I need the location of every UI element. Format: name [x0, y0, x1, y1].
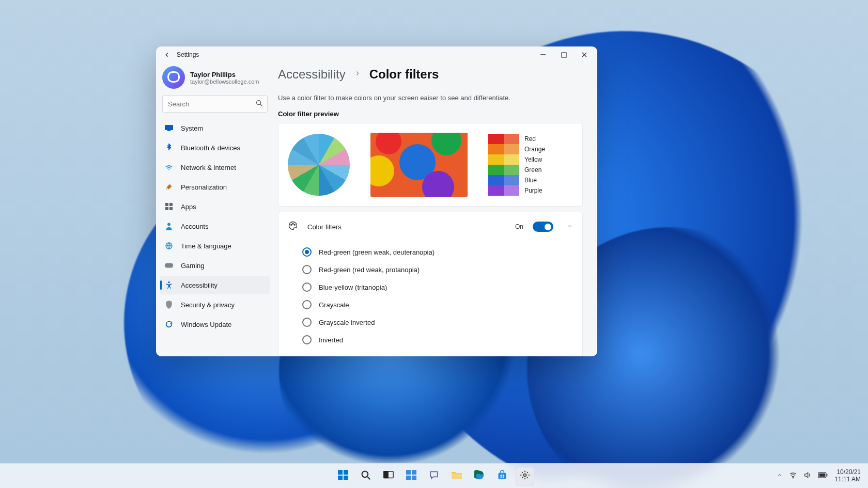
- maximize-button[interactable]: [558, 49, 569, 60]
- taskbar-task-view[interactable]: [379, 467, 398, 485]
- svg-rect-29: [499, 473, 506, 479]
- filter-option[interactable]: Grayscale: [302, 296, 573, 313]
- svg-rect-26: [412, 476, 416, 480]
- edge-icon: [474, 470, 485, 482]
- tray-overflow-icon[interactable]: [777, 472, 783, 480]
- settings-icon: [520, 470, 530, 482]
- filter-option-label: Red-green (green weak, deuteranopia): [319, 248, 435, 256]
- taskbar-widgets[interactable]: [402, 467, 421, 485]
- svg-rect-38: [827, 474, 828, 477]
- color-filter-preview-card: RedOrangeYellowGreenBluePurple: [278, 123, 583, 207]
- chevron-right-icon: [354, 70, 361, 79]
- preview-photo: [370, 133, 468, 197]
- search-icon: [361, 470, 371, 482]
- battery-icon[interactable]: [818, 472, 828, 480]
- taskbar-search[interactable]: [357, 467, 375, 485]
- color-filters-row[interactable]: Color filters On: [278, 212, 582, 241]
- filter-option[interactable]: Inverted: [302, 331, 573, 349]
- color-filters-card: Color filters On Red-green (green weak, …: [278, 212, 583, 356]
- nav-item-label: Accessibility: [181, 281, 218, 289]
- color-filters-toggle[interactable]: [533, 222, 553, 232]
- search-icon: [255, 99, 264, 109]
- palette-label: Red: [524, 135, 545, 143]
- chevron-up-icon[interactable]: [567, 223, 573, 231]
- chat-icon: [429, 470, 439, 482]
- swatch: [504, 165, 519, 175]
- color-filters-label: Color filters: [307, 223, 342, 231]
- svg-rect-5: [165, 203, 168, 206]
- taskbar-file-explorer[interactable]: [447, 467, 466, 485]
- avatar: [162, 66, 185, 89]
- svg-point-12: [168, 281, 169, 283]
- shield-icon: [164, 300, 174, 309]
- sidebar: Taylor Phillips taylor@bellowscollege.co…: [156, 63, 275, 356]
- taskbar-start[interactable]: [334, 467, 352, 485]
- taskbar-edge[interactable]: [470, 467, 489, 485]
- svg-rect-22: [384, 471, 388, 478]
- filter-option-label: Grayscale inverted: [319, 319, 375, 326]
- svg-point-15: [294, 224, 295, 225]
- search-input[interactable]: [162, 95, 268, 113]
- svg-point-34: [524, 474, 526, 476]
- back-button[interactable]: [161, 49, 173, 60]
- wifi-icon[interactable]: [789, 471, 797, 481]
- nav-item-gaming[interactable]: Gaming: [160, 256, 270, 275]
- nav-item-windows-update[interactable]: Windows Update: [160, 315, 270, 334]
- nav-item-network-internet[interactable]: Network & internet: [160, 158, 270, 177]
- nav-item-security-privacy[interactable]: Security & privacy: [160, 295, 270, 314]
- taskbar-settings[interactable]: [516, 467, 534, 485]
- filter-option[interactable]: Red-green (green weak, deuteranopia): [302, 243, 573, 261]
- swatch: [488, 185, 504, 196]
- svg-point-20: [362, 471, 368, 477]
- filter-option[interactable]: Red-green (red weak, protanopia): [302, 261, 573, 278]
- radio-icon: [302, 300, 312, 309]
- svg-rect-6: [169, 203, 173, 206]
- svg-rect-37: [819, 474, 826, 477]
- minimize-button[interactable]: [537, 49, 549, 60]
- svg-rect-23: [406, 470, 411, 475]
- system-tray[interactable]: 10/20/21 11:11 AM: [777, 469, 861, 483]
- close-button[interactable]: [579, 49, 590, 60]
- filter-option[interactable]: Grayscale inverted: [302, 313, 573, 331]
- nav-item-personalization[interactable]: Personalization: [160, 178, 270, 196]
- nav-item-label: Bluetooth & devices: [181, 144, 240, 152]
- nav-item-bluetooth-devices[interactable]: Bluetooth & devices: [160, 138, 270, 157]
- nav-item-label: Security & privacy: [181, 301, 235, 309]
- preview-heading: Color filter preview: [278, 110, 583, 118]
- profile-block[interactable]: Taylor Phillips taylor@bellowscollege.co…: [160, 66, 270, 94]
- paintbrush-icon: [164, 182, 174, 192]
- swatch: [504, 175, 519, 185]
- person-icon: [164, 222, 174, 231]
- nav-item-apps[interactable]: Apps: [160, 197, 270, 216]
- palette-label: Green: [524, 166, 545, 174]
- svg-rect-19: [344, 476, 348, 480]
- breadcrumb-parent[interactable]: Accessibility: [278, 67, 346, 82]
- swatch: [488, 134, 504, 144]
- nav-item-label: Gaming: [181, 262, 205, 270]
- nav-item-system[interactable]: System: [160, 119, 270, 137]
- svg-rect-18: [338, 476, 343, 480]
- palette-label: Purple: [524, 187, 545, 194]
- svg-rect-27: [452, 474, 462, 479]
- svg-rect-17: [344, 470, 348, 475]
- start-icon: [338, 470, 348, 482]
- titlebar: Settings: [156, 46, 597, 63]
- gamepad-icon: [164, 261, 174, 270]
- accessibility-icon: [164, 280, 174, 290]
- taskbar-chat[interactable]: [425, 467, 443, 485]
- swatch: [488, 144, 504, 154]
- taskbar-store[interactable]: [493, 467, 512, 485]
- clock[interactable]: 10/20/21 11:11 AM: [834, 469, 861, 483]
- nav-item-time-language[interactable]: Time & language: [160, 237, 270, 255]
- svg-rect-24: [412, 470, 416, 475]
- search-box[interactable]: [162, 95, 268, 113]
- profile-name: Taylor Phillips: [190, 71, 259, 78]
- file-explorer-icon: [451, 470, 462, 482]
- nav-item-accessibility[interactable]: Accessibility: [160, 276, 270, 294]
- filter-option[interactable]: Blue-yellow (tritanopia): [302, 278, 573, 296]
- nav-item-accounts[interactable]: Accounts: [160, 217, 270, 235]
- volume-icon[interactable]: [803, 471, 812, 481]
- radio-icon: [302, 247, 312, 257]
- swatch: [504, 185, 519, 196]
- store-icon: [497, 470, 507, 482]
